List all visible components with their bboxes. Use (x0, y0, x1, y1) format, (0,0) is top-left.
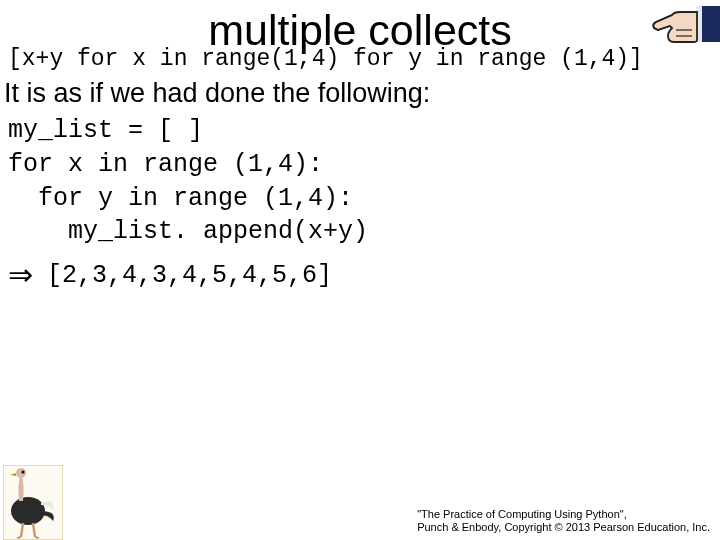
result-list: [2,3,4,3,4,5,4,5,6] (47, 261, 332, 290)
footer-line2: Punch & Enbody, Copyright © 2013 Pearson… (417, 521, 710, 534)
footer-credit: "The Practice of Computing Using Python"… (417, 508, 710, 534)
double-arrow-icon: ⇒ (8, 260, 33, 290)
result-row: ⇒ [2,3,4,3,4,5,4,5,6] (8, 260, 332, 290)
svg-point-6 (16, 468, 26, 478)
svg-point-7 (22, 471, 25, 474)
footer-line1: "The Practice of Computing Using Python"… (417, 508, 710, 521)
code-comprehension: [x+y for x in range(1,4) for y in range … (8, 46, 643, 72)
svg-point-5 (11, 497, 45, 525)
code-block: my_list = [ ] for x in range (1,4): for … (8, 114, 368, 249)
intro-text: It is as if we had done the following: (4, 78, 430, 109)
svg-line-10 (17, 537, 21, 538)
slide: multiple collects [x+y for x in range(1,… (0, 0, 720, 540)
svg-line-11 (35, 537, 39, 538)
ostrich-icon (3, 465, 63, 540)
